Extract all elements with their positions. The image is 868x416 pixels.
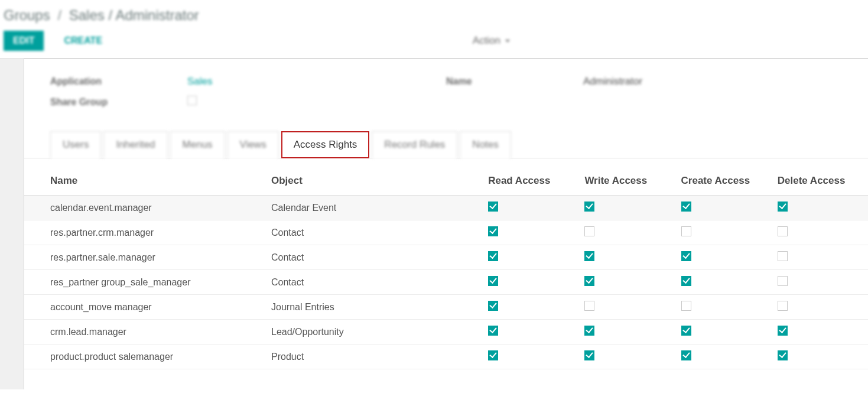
checkbox-icon[interactable]: [681, 326, 691, 336]
checkbox-icon[interactable]: [778, 202, 788, 212]
tab-menus[interactable]: Menus: [170, 131, 225, 158]
table-row[interactable]: crm.lead.managerLead/Opportunity: [24, 320, 868, 344]
checkbox-icon[interactable]: [584, 202, 594, 212]
name-label: Name: [446, 76, 583, 87]
checkbox-icon[interactable]: [584, 301, 594, 311]
cell-object: Journal Entries: [265, 295, 482, 320]
edit-button[interactable]: EDIT: [4, 31, 44, 51]
cell-create: [675, 320, 772, 344]
checkbox-icon[interactable]: [778, 350, 788, 360]
checkbox-icon[interactable]: [681, 350, 691, 360]
cell-name: res.partner.sale.manager: [24, 245, 265, 270]
checkbox-icon[interactable]: [584, 350, 594, 360]
application-value[interactable]: Sales: [187, 76, 213, 87]
cell-object: Lead/Opportunity: [265, 320, 482, 344]
cell-name: account_move manager: [24, 295, 265, 320]
breadcrumb-current: Sales / Administrator: [69, 7, 199, 23]
checkbox-icon[interactable]: [488, 301, 498, 311]
name-value: Administrator: [583, 76, 642, 87]
cell-write: [578, 220, 675, 245]
cell-delete: [772, 245, 868, 270]
table-row[interactable]: res.partner.crm.managerContact: [24, 220, 868, 245]
table-row[interactable]: account_move managerJournal Entries: [24, 295, 868, 320]
breadcrumb: Groups / Sales / Administrator: [4, 7, 864, 31]
table-row[interactable]: res_partner group_sale_managerContact: [24, 270, 868, 295]
cell-write: [578, 270, 675, 295]
share-group-checkbox[interactable]: [187, 96, 197, 105]
cell-read: [482, 344, 578, 369]
cell-object: Contact: [265, 220, 482, 245]
cell-write: [578, 245, 675, 270]
tab-inherited[interactable]: Inherited: [103, 131, 167, 158]
cell-create: [675, 270, 772, 295]
checkbox-icon[interactable]: [488, 276, 498, 286]
checkbox-icon[interactable]: [488, 202, 498, 212]
checkbox-icon[interactable]: [488, 326, 498, 336]
checkbox-icon[interactable]: [681, 226, 691, 236]
checkbox-icon[interactable]: [778, 226, 788, 236]
col-name[interactable]: Name: [24, 158, 265, 196]
checkbox-icon[interactable]: [488, 226, 498, 236]
cell-write: [578, 196, 675, 220]
cell-create: [675, 295, 772, 320]
cell-read: [482, 270, 578, 295]
col-read[interactable]: Read Access: [482, 158, 578, 196]
checkbox-icon[interactable]: [778, 251, 788, 261]
cell-delete: [772, 196, 868, 220]
application-label: Application: [50, 76, 187, 87]
checkbox-icon[interactable]: [584, 251, 594, 261]
tab-bar: Users Inherited Menus Views Access Right…: [24, 131, 868, 158]
cell-read: [482, 320, 578, 344]
col-object[interactable]: Object: [265, 158, 482, 196]
checkbox-icon[interactable]: [681, 301, 691, 311]
col-delete[interactable]: Delete Access: [772, 158, 868, 196]
action-dropdown[interactable]: Action: [473, 35, 510, 47]
col-write[interactable]: Write Access: [578, 158, 675, 196]
checkbox-icon[interactable]: [778, 276, 788, 286]
table-row[interactable]: res.partner.sale.managerContact: [24, 245, 868, 270]
breadcrumb-separator: /: [57, 7, 61, 23]
create-button[interactable]: CREATE: [54, 31, 112, 51]
cell-delete: [772, 344, 868, 369]
breadcrumb-root[interactable]: Groups: [4, 7, 50, 23]
cell-write: [578, 320, 675, 344]
cell-create: [675, 220, 772, 245]
checkbox-icon[interactable]: [584, 326, 594, 336]
cell-write: [578, 344, 675, 369]
col-create[interactable]: Create Access: [675, 158, 772, 196]
checkbox-icon[interactable]: [488, 251, 498, 261]
checkbox-icon[interactable]: [584, 276, 594, 286]
table-row[interactable]: product.product salemanagerProduct: [24, 344, 868, 369]
cell-object: Contact: [265, 245, 482, 270]
tab-notes[interactable]: Notes: [460, 131, 511, 158]
checkbox-icon[interactable]: [778, 301, 788, 311]
cell-object: Product: [265, 344, 482, 369]
tab-views[interactable]: Views: [227, 131, 279, 158]
cell-create: [675, 344, 772, 369]
cell-delete: [772, 270, 868, 295]
checkbox-icon[interactable]: [681, 251, 691, 261]
checkbox-icon[interactable]: [681, 202, 691, 212]
chevron-down-icon: [505, 40, 510, 43]
tab-access-rights[interactable]: Access Rights: [281, 131, 370, 158]
tab-users[interactable]: Users: [50, 131, 101, 158]
tab-record-rules[interactable]: Record Rules: [372, 131, 457, 158]
share-group-label: Share Group: [50, 97, 187, 108]
cell-name: product.product salemanager: [24, 344, 265, 369]
cell-object: Calendar Event: [265, 196, 482, 220]
cell-create: [675, 196, 772, 220]
action-label: Action: [473, 35, 500, 47]
checkbox-icon[interactable]: [681, 276, 691, 286]
cell-read: [482, 295, 578, 320]
cell-read: [482, 220, 578, 245]
cell-read: [482, 196, 578, 220]
cell-delete: [772, 220, 868, 245]
cell-read: [482, 245, 578, 270]
checkbox-icon[interactable]: [488, 350, 498, 360]
cell-name: crm.lead.manager: [24, 320, 265, 344]
table-row[interactable]: calendar.event.managerCalendar Event: [24, 196, 868, 220]
cell-delete: [772, 295, 868, 320]
checkbox-icon[interactable]: [584, 226, 594, 236]
cell-name: res.partner.crm.manager: [24, 220, 265, 245]
checkbox-icon[interactable]: [778, 326, 788, 336]
